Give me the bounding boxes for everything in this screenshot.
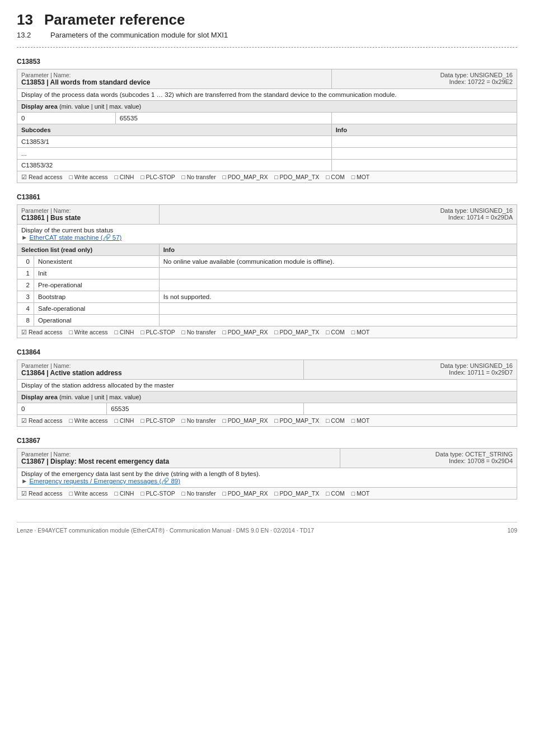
subcode-name-1: ... — [17, 148, 332, 160]
access-item: □ CINH — [114, 174, 137, 180]
access-item: □ MOT — [352, 417, 373, 424]
param-label: Parameter | Name: — [21, 72, 71, 78]
param-table-C13867: Parameter | Name:C13867 | Display: Most … — [17, 448, 517, 500]
chapter-number: 13 — [17, 11, 33, 29]
selection-info-2 — [159, 279, 517, 291]
display-area-header-C13864: Display area (min. value | unit | max. v… — [17, 391, 517, 403]
access-item: □ PDO_MAP_TX — [274, 174, 322, 180]
access-item: □ COM — [326, 490, 348, 497]
selection-row-3: 3BootstrapIs not supported. — [17, 291, 517, 303]
access-item: □ MOT — [352, 490, 373, 497]
access-item: □ PDO_MAP_RX — [222, 174, 271, 180]
index-label: Index: 10708 = 0x29D4 — [449, 458, 513, 464]
display-area-min-C13853: 0 — [17, 113, 116, 124]
section-title: Parameters of the communication module f… — [50, 31, 228, 39]
selection-num-3: 3 — [17, 291, 34, 303]
selection-name-4: Safe-operational — [34, 303, 160, 315]
arrow-icon: ► — [21, 478, 27, 484]
description-link[interactable]: Emergency requests / Emergency messages … — [29, 478, 180, 484]
data-type-label: Data type: UNSIGNED_16 — [440, 207, 513, 214]
access-item: □ PLC-STOP — [140, 174, 178, 180]
access-item: □ PDO_MAP_TX — [274, 329, 322, 335]
description-link[interactable]: EtherCAT state machine (🔗 57) — [29, 234, 121, 241]
subcode-info-0 — [331, 136, 517, 148]
selection-info-1 — [159, 268, 517, 279]
access-item: □ PDO_MAP_RX — [222, 490, 271, 497]
data-type-cell-C13853: Data type: UNSIGNED_16Index: 10722 = 0x2… — [331, 69, 517, 89]
selection-name-3: Bootstrap — [34, 291, 160, 303]
access-item: ☑ Read access — [21, 490, 65, 497]
access-row-C13861: ☑ Read access □ Write access □ CINH □ PL… — [17, 326, 517, 338]
param-name: C13864 | Active station address — [21, 369, 122, 377]
access-item: □ PLC-STOP — [140, 490, 178, 497]
access-row-C13853: ☑ Read access □ Write access □ CINH □ PL… — [17, 171, 517, 183]
index-label: Index: 10714 = 0x29DA — [448, 214, 513, 221]
description-cell-C13867: Display of the emergency data last sent … — [17, 468, 517, 488]
selection-num-4: 4 — [17, 303, 34, 315]
display-area-mid-C13853: 65535 — [115, 113, 331, 124]
selection-name-0: Nonexistent — [34, 256, 160, 268]
access-item: ☑ Read access — [21, 329, 65, 335]
access-item: □ PDO_MAP_TX — [274, 417, 322, 424]
access-item: □ PDO_MAP_RX — [222, 417, 271, 424]
data-type-cell-C13861: Data type: UNSIGNED_16Index: 10714 = 0x2… — [159, 205, 517, 225]
access-row-C13867: ☑ Read access □ Write access □ CINH □ PL… — [17, 488, 517, 500]
selection-name-1: Init — [34, 268, 160, 279]
selection-row-0: 0NonexistentNo online value available (c… — [17, 256, 517, 268]
chapter-title: Parameter reference — [44, 11, 185, 29]
data-type-cell-C13864: Data type: UNSIGNED_16Index: 10711 = 0x2… — [304, 360, 517, 380]
access-item: □ Write access — [69, 417, 111, 424]
selection-name-2: Pre-operational — [34, 279, 160, 291]
subcode-info-2 — [331, 160, 517, 171]
param-name: C13867 | Display: Most recent emergency … — [21, 458, 169, 465]
access-item: □ PDO_MAP_RX — [222, 329, 271, 335]
section-id-C13861: C13861 — [17, 193, 517, 201]
access-item: □ PLC-STOP — [140, 417, 178, 424]
section-divider — [17, 47, 517, 48]
param-label: Parameter | Name: — [21, 451, 71, 458]
index-label: Index: 10722 = 0x29E2 — [449, 78, 513, 85]
arrow-icon: ► — [21, 234, 27, 241]
display-area-mid-C13864: 65535 — [107, 403, 304, 415]
description-cell-C13853: Display of the process data words (subco… — [17, 89, 517, 101]
subcodes-header-left-C13853: Subcodes — [17, 124, 332, 136]
access-item: □ COM — [326, 174, 348, 180]
description-cell-C13864: Display of the station address allocated… — [17, 380, 517, 391]
section-id-C13853: C13853 — [17, 58, 517, 66]
selection-num-0: 0 — [17, 256, 34, 268]
display-area-right-C13864 — [304, 403, 517, 415]
param-table-C13864: Parameter | Name:C13864 | Active station… — [17, 360, 517, 427]
selection-info-4 — [159, 303, 517, 315]
index-label: Index: 10711 = 0x29D7 — [449, 369, 513, 376]
selection-num-2: 2 — [17, 279, 34, 291]
param-name-cell-C13864: Parameter | Name:C13864 | Active station… — [17, 360, 304, 380]
selection-row-4: 4Safe-operational — [17, 303, 517, 315]
subcode-info-1 — [331, 148, 517, 160]
selection-info-0: No online value available (communication… — [159, 256, 517, 268]
section-id-C13867: C13867 — [17, 437, 517, 445]
page-footer: Lenze · E94AYCET communication module (E… — [17, 522, 517, 534]
selection-row-2: 2Pre-operational — [17, 279, 517, 291]
subcode-row-0: C13853/1 — [17, 136, 517, 148]
access-item: □ Write access — [69, 490, 111, 497]
param-name: C13853 | All words from standard device — [21, 78, 150, 86]
subcode-row-1: ... — [17, 148, 517, 160]
selection-info-3: Is not supported. — [159, 291, 517, 303]
section-number: 13.2 — [17, 31, 39, 39]
sections-container: C13853Parameter | Name:C13853 | All word… — [17, 58, 517, 500]
access-row-C13864: ☑ Read access □ Write access □ CINH □ PL… — [17, 415, 517, 427]
data-type-cell-C13867: Data type: OCTET_STRINGIndex: 10708 = 0x… — [340, 449, 517, 468]
subcode-name-0: C13853/1 — [17, 136, 332, 148]
subcode-row-2: C13853/32 — [17, 160, 517, 171]
display-area-header-C13853: Display area (min. value | unit | max. v… — [17, 101, 517, 113]
subcodes-header-right-C13853: Info — [331, 124, 517, 136]
access-item: □ CINH — [114, 329, 137, 335]
display-area-label: Display area (min. value | unit | max. v… — [21, 394, 141, 400]
footer-right: 109 — [507, 527, 517, 534]
selection-list-info-header-C13861: Info — [159, 244, 517, 256]
display-area-label: Display area (min. value | unit | max. v… — [21, 103, 141, 110]
subcode-name-2: C13853/32 — [17, 160, 332, 171]
access-item: □ PDO_MAP_TX — [274, 490, 322, 497]
access-item: □ Write access — [69, 329, 111, 335]
access-item: □ MOT — [352, 174, 373, 180]
